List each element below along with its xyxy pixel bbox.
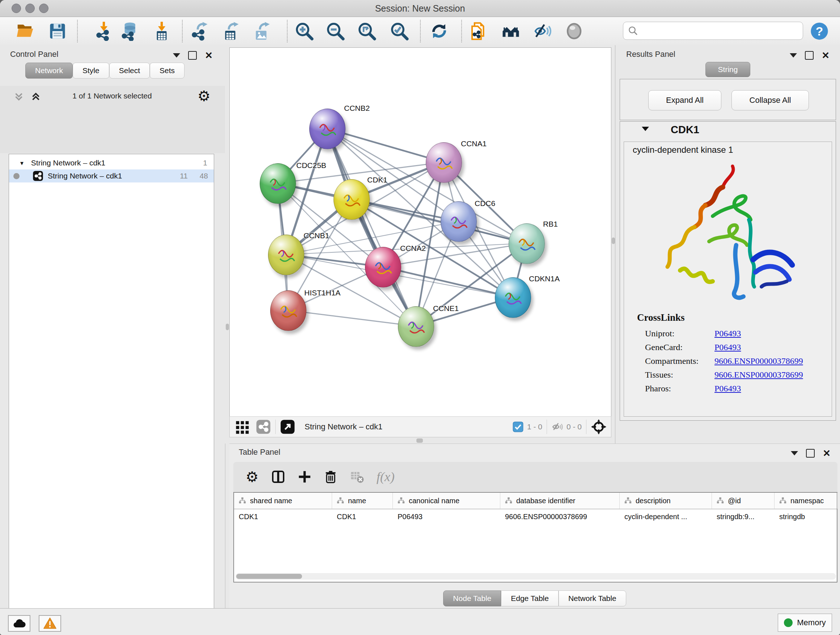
- network-node-cdc6[interactable]: [441, 201, 477, 242]
- crosslink-link[interactable]: 9606.ENSP00000378699: [714, 356, 803, 366]
- table-cell[interactable]: CDK1: [234, 509, 332, 524]
- network-node-ccna1[interactable]: [426, 142, 462, 183]
- tab-string[interactable]: String: [706, 62, 751, 77]
- warning-button[interactable]: [39, 615, 61, 632]
- table-row[interactable]: CDK1CDK1P064939606.ENSP00000378699cyclin…: [234, 509, 837, 524]
- splitter-handle[interactable]: [416, 440, 423, 443]
- export-table-icon[interactable]: [220, 21, 241, 42]
- node-table[interactable]: shared namenamecanonical namedatabase id…: [233, 492, 837, 583]
- string-documents-icon[interactable]: [468, 21, 489, 42]
- tab-style[interactable]: Style: [73, 63, 109, 79]
- table-options-gear-icon[interactable]: ⚙: [246, 470, 259, 484]
- table-cell[interactable]: CDK1: [332, 509, 393, 524]
- hide-glass-effect-icon[interactable]: [532, 21, 553, 42]
- zoom-selected-icon[interactable]: [389, 21, 410, 42]
- network-node-cdkn1a[interactable]: [495, 277, 531, 318]
- network-node-ccnb2[interactable]: [309, 109, 346, 149]
- column-header[interactable]: namespac: [775, 493, 837, 509]
- table-cell[interactable]: 9606.ENSP00000378699: [500, 509, 620, 524]
- tab-network[interactable]: Network: [25, 63, 73, 79]
- table-cell[interactable]: P06493: [393, 509, 500, 524]
- network-row-selected[interactable]: String Network – cdk1 11 48: [9, 169, 214, 182]
- panel-menu-icon[interactable]: [173, 53, 180, 57]
- protein-ribbon-thumbnail: [441, 202, 477, 241]
- network-node-ccna2[interactable]: [365, 247, 401, 287]
- scrollbar-thumb[interactable]: [236, 574, 302, 579]
- tree-caret-icon[interactable]: ▼: [19, 160, 25, 166]
- export-image-icon[interactable]: [251, 21, 272, 42]
- panel-close-icon[interactable]: ✕: [823, 450, 831, 457]
- crosslink-link[interactable]: P06493: [714, 342, 741, 352]
- network-node-ccnb1[interactable]: [268, 234, 304, 275]
- network-options-gear-icon[interactable]: ⚙: [197, 89, 210, 103]
- splitter-handle[interactable]: [612, 238, 615, 244]
- grid-view-icon[interactable]: [235, 419, 250, 434]
- panel-menu-icon[interactable]: [791, 451, 798, 455]
- sphere-effect-icon[interactable]: [564, 21, 584, 42]
- export-network-icon[interactable]: [189, 21, 210, 42]
- home-multiple-icon[interactable]: [500, 21, 521, 42]
- search-input[interactable]: [623, 22, 803, 40]
- open-folder-icon[interactable]: [14, 21, 35, 42]
- protein-ribbon-thumbnail: [260, 164, 295, 203]
- zoom-fit-icon[interactable]: [356, 21, 377, 42]
- network-canvas[interactable]: CCNB2CCNA1CDC25BCDK1CDC6RB1CCNB1CCNA2CDK…: [229, 48, 611, 417]
- collapse-all-button[interactable]: Collapse All: [731, 90, 809, 111]
- table-horizontal-scrollbar[interactable]: [235, 573, 836, 580]
- table-cell[interactable]: cyclin-dependent ...: [620, 509, 712, 524]
- help-icon[interactable]: ?: [809, 21, 830, 42]
- expand-all-button[interactable]: Expand All: [648, 90, 722, 111]
- tab-node-table[interactable]: Node Table: [443, 591, 501, 606]
- memory-button[interactable]: Memory: [778, 614, 832, 632]
- column-header[interactable]: description: [620, 493, 712, 509]
- collapse-all-icon[interactable]: [13, 90, 25, 104]
- entry-caret-icon[interactable]: [642, 127, 649, 131]
- import-network-database-icon[interactable]: [118, 21, 140, 42]
- show-columns-icon[interactable]: [271, 470, 286, 484]
- network-node-rb1[interactable]: [508, 223, 545, 264]
- column-header[interactable]: shared name: [234, 493, 332, 509]
- splitter-handle[interactable]: [226, 324, 229, 330]
- column-header[interactable]: canonical name: [393, 493, 500, 509]
- zoom-in-icon[interactable]: [294, 21, 315, 42]
- cloud-button[interactable]: [8, 615, 30, 632]
- tab-select[interactable]: Select: [109, 63, 150, 79]
- network-node-cdk1[interactable]: [333, 179, 370, 220]
- expand-all-icon[interactable]: [30, 90, 42, 104]
- selected-checkbox-icon[interactable]: [513, 421, 523, 432]
- panel-close-icon[interactable]: ✕: [821, 52, 829, 59]
- delete-column-trash-icon[interactable]: [324, 470, 338, 484]
- svg-text:?: ?: [816, 24, 823, 38]
- zoom-out-icon[interactable]: [325, 21, 346, 42]
- network-node-hist1h1a[interactable]: [270, 290, 306, 331]
- titlebar: Session: New Session: [0, 0, 840, 17]
- import-table-icon[interactable]: [151, 21, 172, 42]
- panel-close-icon[interactable]: ✕: [205, 52, 213, 59]
- crosslink-link[interactable]: P06493: [714, 384, 741, 394]
- network-collection-row[interactable]: ▼ String Network – cdk1 1: [9, 157, 214, 169]
- panel-float-icon[interactable]: [188, 51, 197, 60]
- table-cell[interactable]: stringdb:9...: [712, 509, 775, 524]
- network-node-cdc25b[interactable]: [260, 163, 296, 204]
- panel-menu-icon[interactable]: [790, 53, 797, 57]
- create-column-plus-icon[interactable]: [298, 470, 311, 484]
- column-header[interactable]: name: [332, 493, 393, 509]
- table-cell[interactable]: stringdb: [775, 509, 837, 524]
- column-header[interactable]: database identifier: [500, 493, 620, 509]
- column-header[interactable]: @id: [712, 493, 775, 509]
- tab-edge-table[interactable]: Edge Table: [501, 591, 559, 606]
- import-network-file-icon[interactable]: [93, 21, 114, 42]
- tab-sets[interactable]: Sets: [150, 63, 185, 79]
- panel-float-icon[interactable]: [806, 449, 815, 458]
- detach-view-icon[interactable]: [280, 419, 295, 434]
- tab-network-table[interactable]: Network Table: [559, 591, 626, 606]
- fit-content-crosshair-icon[interactable]: [591, 419, 607, 435]
- network-node-ccne1[interactable]: [398, 306, 434, 347]
- panel-float-icon[interactable]: [805, 51, 813, 60]
- birds-eye-share-icon[interactable]: [256, 419, 271, 434]
- crosslink-link[interactable]: P06493: [714, 329, 741, 339]
- save-icon[interactable]: [47, 21, 68, 42]
- refresh-layout-icon[interactable]: [429, 21, 450, 42]
- crosslink-label: GeneCard:: [645, 342, 714, 352]
- crosslink-link[interactable]: 9606.ENSP00000378699: [714, 370, 803, 380]
